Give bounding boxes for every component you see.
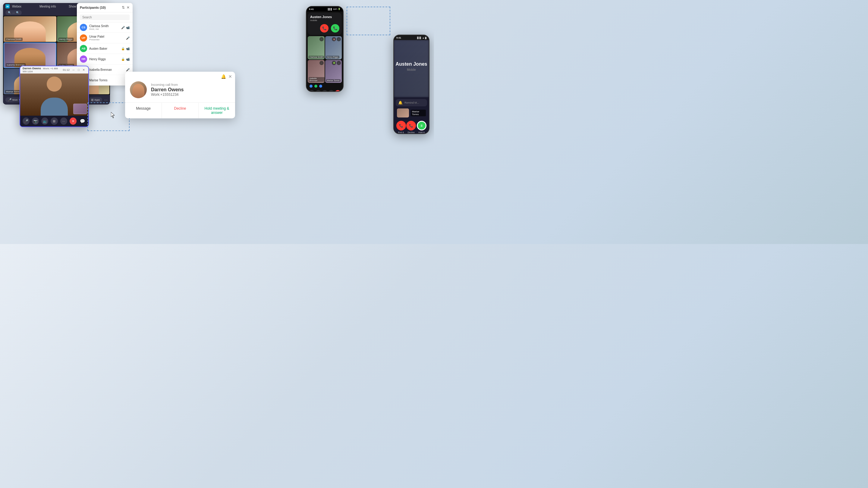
bell-icon[interactable]: 🔔 [221,74,226,79]
phone-more-button[interactable]: ··· [328,90,335,92]
toolbar-search[interactable]: 🔍 — 🔍 [5,10,22,15]
panel-header: Participants (10) ⇅ ✕ [77,3,133,12]
remind-icon: 🔔 [398,101,403,105]
close-call-icon[interactable]: ✕ [228,74,232,79]
participant-name-1: Clarissa Smith [89,24,119,28]
panel-search [77,12,133,22]
call-actions: Message Decline Hold meeting & answer [125,102,235,119]
right-phone-status-bar: 9:41 ▌▌▌ ▲ ▓ [394,35,429,40]
call-screen-button[interactable]: 📺 [41,118,48,125]
right-signal-icon: ▌▌▌ [417,37,422,39]
phone-end-button[interactable]: ✕ [335,90,341,92]
participant-item-4: HR Henry Riggs 🔒 📹 [77,54,133,64]
call-mic-button[interactable]: 🎤 [23,118,30,125]
maximize-call-button[interactable]: □ [76,68,81,72]
participant-info-5: Isabella Brennan [89,68,124,71]
call-video-button[interactable]: 📷 [32,118,39,125]
participant-role-1: Host, me [89,28,119,30]
call-person-face [47,76,62,92]
meeting-title: Webex [12,5,37,8]
phone-video-cell-4: 🟢 ··· Marise Torres [325,60,342,83]
participant-info-4: Henry Riggs [89,58,119,61]
search-icon2: 🔍 [16,11,19,14]
webex-logo: W [5,4,10,8]
participants-title: Participants (10) [80,6,106,9]
phone-time-left: 9:41 [309,8,314,10]
video-overlay-3: ··· [319,61,324,65]
participant-icons-1: 🎤 📹 [121,26,130,29]
decline-icon: 📞 [409,124,413,128]
close-panel-icon[interactable]: ✕ [127,5,130,10]
participant-name-4: Henry Riggs [89,58,119,61]
caller-photo [130,82,147,98]
svg-marker-0 [111,112,115,118]
mic-icon4: 🔒 [121,58,125,61]
participant-icons-5: 🎤 [126,68,130,71]
call-info: Incoming call from Darren Owens Work:+15… [125,79,235,102]
close-call-button[interactable]: ✕ [82,68,86,72]
phone-video-cell-1: ··· Clarissa Smith [308,36,324,59]
call-more-button[interactable]: ··· [60,118,67,125]
mute-icon-ph: 🔇 [332,37,336,41]
video-overlay-4: 🟢 ··· [332,61,341,65]
card-accept-button[interactable]: 📞 [331,24,339,33]
participant-icons-3: 🔒 📹 [121,47,130,50]
phone-speaker-button[interactable]: 🔊 [321,90,328,92]
active-call-titlebar: Darren Owens Work: +1 888 555 1234 01:12… [20,66,88,73]
panel-actions: ⇅ ✕ [122,5,130,10]
minimize-call-button[interactable]: ─ [71,68,76,72]
decline-button[interactable]: Decline [162,103,198,119]
phone-mic-button[interactable]: 🎤 [308,90,315,92]
card-decline-button[interactable]: 📞 [320,24,329,33]
search-icon: 🔍 [8,11,11,14]
sort-icon[interactable]: ⇅ [122,5,125,10]
phone-status-bar-left: 9:41 ▌▌▌ WiFi 🔋 [307,7,343,11]
end-accept-label: End & Accept [396,131,406,134]
remind-notification[interactable]: 🔔 Remind M... [396,99,427,106]
hold-accept-icon: ⏸ [420,124,423,127]
right-phone-icons: ▌▌▌ ▲ ▓ [417,37,427,39]
right-battery-icon: ▓ [425,37,427,39]
participant-info-6: Marise Torres [89,78,130,82]
mobile-phone-right: 9:41 ▌▌▌ ▲ ▓ Austen Jones Mobile 🔔 Remin… [393,35,430,134]
right-caller-name: Austen Jones [396,61,427,67]
right-wifi-icon: ▲ [422,37,424,39]
video-dot-4b: ··· [337,61,341,65]
end-accept-button[interactable]: 📞 [396,121,406,130]
participant-info-3: Austen Baker [89,47,119,50]
incoming-card-caller: Austen Jones [310,15,339,19]
hold-accept-button[interactable]: ⏸ [417,121,427,130]
end-accept-icon: 📞 [399,124,403,128]
incoming-card-sub: mobile [310,19,339,22]
hold-accept-label: Hold & Accept [416,131,427,134]
battery-icon: 🔋 [338,8,341,10]
more-options-icon[interactable]: ··· [104,97,107,102]
meeting-info-label[interactable]: Meeting info [39,5,64,8]
participant-item-1: CS Clarissa Smith Host, me 🎤 📹 [77,22,133,33]
phone-name-1: Clarissa Smith [309,56,324,59]
mic-status-icon2: 🎤 [126,36,130,40]
active-call-bottom-controls: 🎤 📷 📺 ⊞ ··· ✕ 💬 [20,116,88,127]
participant-name-3: Austen Baker [89,47,119,50]
right-caller-info: Austen Jones Mobile [396,61,427,76]
phone-video-button[interactable]: 📹 [315,90,321,92]
participant-name-6: Marise Torres [89,78,130,82]
call-grid-button[interactable]: ⊞ [51,118,58,125]
phone-icons-left: ▌▌▌ WiFi 🔋 [328,8,341,10]
call-end-button[interactable]: ✕ [70,118,76,125]
message-button[interactable]: Message [125,103,162,119]
apps-button[interactable]: ⊞ Apps [89,97,102,102]
decline-button-right[interactable]: 📞 [406,121,416,130]
video-dot-2: ··· [337,37,341,41]
phone-video-cell-3: ··· Isabelle Brennan [308,60,324,83]
signal-icon: ▌▌▌ [328,8,333,10]
participant-search-input[interactable] [80,14,130,20]
mic-status-icon: 🎤 [121,26,125,29]
video-icon3: 📹 [126,47,130,50]
video-overlay-1: ··· [319,37,324,41]
hold-answer-button[interactable]: Hold meeting & answer [198,103,235,119]
call-header: 🔔 ✕ [125,72,235,79]
right-caller-preview: Marise Torres [396,107,427,119]
call-chat-icon[interactable]: 💬 [79,118,86,125]
mouse-cursor [111,112,116,119]
